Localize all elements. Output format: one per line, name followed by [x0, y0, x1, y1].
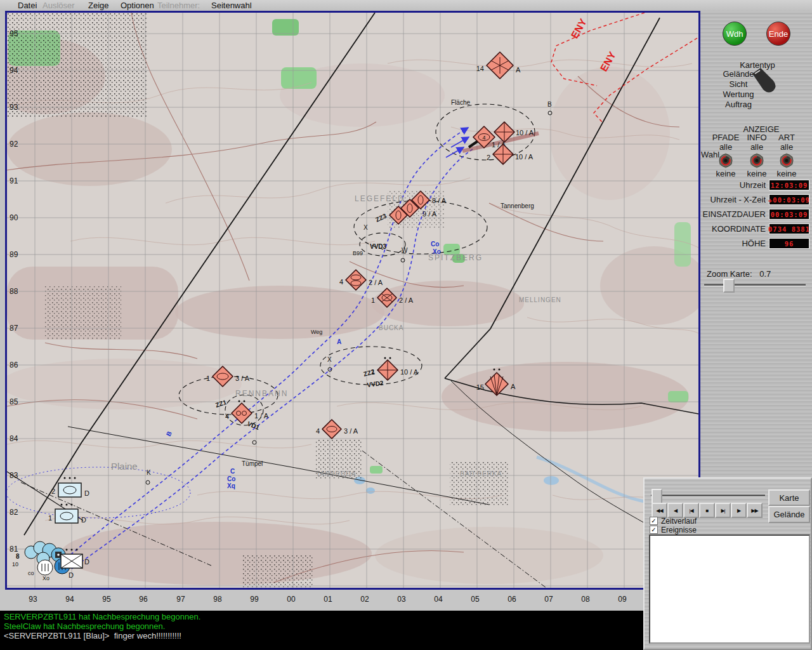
svg-text:2 / A: 2 / A: [399, 296, 414, 304]
svg-text:BAD BERKA: BAD BERKA: [460, 470, 502, 477]
svg-text:ZZ3: ZZ3: [374, 212, 388, 223]
pfade-knob[interactable]: [717, 152, 734, 169]
svg-text:X: X: [327, 356, 332, 363]
grid-y-labels: 95 94 93 92 91 90 89 88 87 86 85 84 83 8…: [10, 29, 18, 554]
anzeige-art-keine[interactable]: keine: [769, 169, 804, 178]
svg-text:BUCKA: BUCKA: [379, 324, 403, 331]
pen-cursor-icon: [750, 66, 780, 95]
info-knob[interactable]: [749, 152, 765, 169]
svg-text:X: X: [363, 224, 368, 231]
svg-text:95: 95: [10, 29, 18, 38]
svg-text:85: 85: [10, 397, 18, 406]
zoom-karte-label: Zoom Karte:: [707, 269, 752, 279]
einsatzdauer-display: 00:03:09: [769, 209, 809, 220]
anzeige-art-alle[interactable]: alle: [769, 142, 804, 152]
svg-text:1 / A: 1 / A: [254, 412, 269, 420]
red-unit-1a[interactable]: 4 1 / A: [225, 401, 269, 424]
svg-text:K: K: [147, 469, 151, 476]
anzeige-pfade-keine[interactable]: keine: [708, 169, 743, 178]
svg-text:co: co: [28, 570, 34, 576]
svg-text:D: D: [69, 571, 74, 579]
svg-text:VVD2: VVD2: [367, 379, 384, 388]
svg-text:91: 91: [10, 176, 18, 185]
svg-text:9 / A: 9 / A: [422, 210, 437, 218]
chat-console: SERVERPZBTL911 hat Nachbesprechung begon…: [0, 611, 643, 650]
uhrzeit-label: Uhrzeit: [700, 180, 769, 190]
wdh-button[interactable]: Wdh: [723, 22, 747, 46]
ereignisse-checkbox[interactable]: [650, 526, 658, 534]
svg-text:10 / A: 10 / A: [515, 153, 534, 161]
svg-text:93: 93: [10, 103, 18, 112]
menu-zeige[interactable]: Zeige: [88, 1, 109, 10]
zeitverlauf-label: Zeitverlauf: [661, 517, 697, 526]
step-forward-button[interactable]: ▶|: [715, 503, 731, 518]
map-canvas[interactable]: 95 94 93 92 91 90 89 88 87 86 85 84 83 8…: [7, 13, 698, 588]
playback-window: ◀◀ ◀ |◀ ■ ▶| ▶ ▶▶ Karte Gelände Zeitverl…: [643, 477, 812, 650]
zoom-slider-thumb[interactable]: [723, 279, 735, 293]
time-slider-thumb[interactable]: [652, 489, 662, 504]
svg-text:Xo: Xo: [433, 248, 441, 255]
svg-text:3 / A: 3 / A: [235, 375, 250, 382]
svg-text:1: 1: [206, 375, 210, 382]
svg-text:A: A: [337, 338, 341, 345]
red-unit-10a-center[interactable]: 1 10 / A: [371, 357, 419, 381]
menu-bar: Datei Auslöser Zeige Optionen Teilnehmer…: [0, 0, 812, 11]
svg-text:A: A: [511, 383, 516, 390]
red-unit-recon-14[interactable]: 14 A: [476, 52, 521, 79]
svg-text:4: 4: [339, 278, 343, 286]
zoom-karte-value: 0.7: [759, 269, 771, 279]
hoehe-display: 96: [769, 238, 809, 249]
svg-text:B: B: [165, 430, 173, 437]
x-label: 94: [65, 595, 74, 604]
svg-text:14: 14: [476, 65, 484, 72]
play-backward-button[interactable]: ◀: [667, 503, 683, 518]
svg-text:90: 90: [10, 213, 18, 222]
x-label: 00: [287, 595, 295, 604]
svg-text:92: 92: [10, 140, 18, 149]
map-window[interactable]: 95 94 93 92 91 90 89 88 87 86 85 84 83 8…: [5, 11, 700, 590]
svg-text:87: 87: [10, 324, 18, 333]
rewind-button[interactable]: ◀◀: [652, 503, 667, 518]
stop-button[interactable]: ■: [699, 503, 715, 518]
blue-unit-1d[interactable]: 1 D: [48, 504, 86, 524]
ende-button[interactable]: Ende: [766, 22, 790, 46]
svg-text:W: W: [402, 247, 408, 254]
event-listbox[interactable]: [649, 534, 810, 644]
menu-optionen[interactable]: Optionen: [121, 1, 154, 10]
assembly-area-blue: [7, 467, 190, 518]
menu-seitenwahl[interactable]: Seitenwahl: [211, 1, 252, 10]
svg-text:ZZ2: ZZ2: [363, 368, 376, 378]
step-back-button[interactable]: |◀: [683, 503, 699, 518]
svg-text:2: 2: [51, 488, 55, 495]
menu-datei[interactable]: Datei: [18, 1, 37, 10]
anzeige-pfade-alle[interactable]: alle: [708, 142, 743, 152]
time-slider-track[interactable]: [651, 494, 765, 497]
play-button[interactable]: ▶: [731, 503, 747, 518]
zeitverlauf-checkbox[interactable]: [650, 517, 658, 525]
xzeit-label: Uhrzeit - X-Zeit: [700, 195, 769, 204]
svg-text:A: A: [516, 66, 521, 74]
svg-text:B: B: [547, 101, 552, 108]
karte-button[interactable]: Karte: [768, 489, 810, 506]
gelaende-button[interactable]: Gelände: [768, 506, 810, 523]
svg-text:RENNBAHN: RENNBAHN: [235, 389, 288, 398]
zoom-slider-track[interactable]: [704, 284, 806, 286]
kartentyp-option-auftrag[interactable]: Auftrag: [704, 100, 773, 110]
x-label: 06: [508, 595, 516, 604]
svg-text:82: 82: [10, 508, 18, 517]
menu-teilnehmer: Teilnehmer:: [157, 1, 200, 10]
menu-ausloeser: Auslöser: [43, 1, 75, 10]
fast-forward-button[interactable]: ▶▶: [747, 503, 763, 518]
svg-text:2: 2: [487, 154, 490, 161]
blue-unit-2d[interactable]: 2 D: [51, 477, 89, 498]
blue-units-layer: 2 D 1 D 8 10: [12, 477, 89, 582]
svg-text:D: D: [84, 558, 89, 566]
xzeit-display: +00:03:09: [769, 194, 809, 205]
svg-text:Tannenberg: Tannenberg: [501, 202, 534, 209]
x-label: 97: [176, 595, 185, 604]
art-knob[interactable]: [778, 152, 795, 169]
x-label: 09: [618, 595, 626, 604]
red-unit-3a-south[interactable]: 4 3 / A: [316, 420, 358, 439]
eny-label-1: ENY: [569, 17, 589, 40]
x-label: 08: [581, 595, 589, 604]
